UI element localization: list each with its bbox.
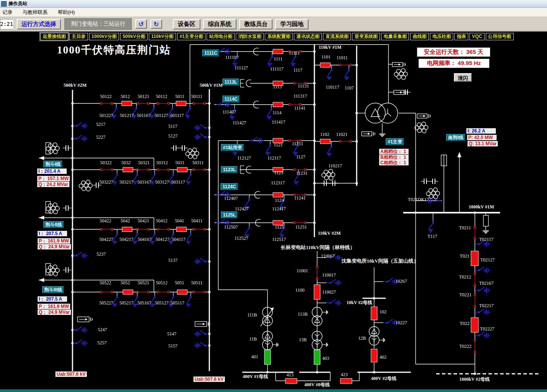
switch-contact[interactable] [336, 282, 338, 284]
breaker-symbol[interactable] [320, 139, 330, 144]
switch-contact[interactable] [82, 138, 84, 140]
breaker-symbol[interactable] [122, 227, 132, 232]
breaker-symbol[interactable] [320, 63, 330, 67]
tab-8[interactable]: 系统配置图 [265, 33, 293, 40]
switch-contact[interactable] [82, 125, 84, 127]
disconnector-contact[interactable] [204, 102, 205, 104]
switch-contact[interactable] [484, 335, 486, 337]
switch-contact[interactable] [82, 342, 84, 344]
tab-9[interactable]: 通讯状态图 [294, 33, 322, 40]
disconnector-contact[interactable] [316, 277, 318, 279]
switch-contact[interactable] [336, 302, 338, 304]
disconnector-contact[interactable] [204, 291, 205, 293]
disconnector-contact[interactable] [350, 140, 352, 142]
disconnector-contact[interactable] [111, 228, 113, 230]
tab-3[interactable]: 500kV分图 [120, 33, 148, 40]
switch-symbol[interactable] [76, 138, 78, 140]
switch-symbol[interactable] [76, 255, 78, 257]
breaker-symbol[interactable] [123, 167, 133, 172]
disconnector-contact[interactable] [204, 168, 205, 170]
tab-7[interactable]: 消防水泵图 [236, 33, 264, 40]
switch-contact[interactable] [484, 243, 486, 245]
switch-symbol[interactable] [205, 333, 207, 335]
toolbar-button-2[interactable]: 教练员台 [239, 19, 273, 29]
disconnector-contact[interactable] [157, 102, 159, 104]
switch-symbol[interactable] [76, 329, 78, 331]
disconnector-contact[interactable] [304, 222, 306, 224]
switch-symbol[interactable] [387, 322, 388, 324]
disconnector-contact[interactable] [167, 102, 169, 104]
switch-symbol[interactable] [478, 270, 480, 272]
breaker-symbol[interactable] [177, 167, 187, 172]
disconnector-contact[interactable] [136, 102, 138, 104]
tab-4[interactable]: 110kV分图 [149, 33, 176, 40]
disconnector-contact[interactable] [136, 291, 138, 293]
switch-symbol[interactable] [251, 140, 253, 142]
disconnector-contact[interactable] [474, 226, 476, 228]
disconnector-contact[interactable] [167, 168, 169, 170]
switch-contact[interactable] [484, 290, 486, 292]
breaker-symbol[interactable] [177, 290, 187, 294]
switch-symbol[interactable] [478, 311, 480, 313]
disconnector-contact[interactable] [136, 228, 138, 230]
disconnector-contact[interactable] [288, 103, 290, 105]
disconnector-contact[interactable] [147, 291, 149, 293]
disconnector-contact[interactable] [474, 294, 476, 296]
tab-11[interactable]: 逆变系统图 [352, 33, 380, 40]
switch-symbol[interactable] [205, 345, 207, 347]
tab-12[interactable]: 电量采集图 [381, 33, 409, 40]
tab-16[interactable]: VQC [469, 33, 484, 40]
tab-1[interactable]: 主目录 [69, 33, 88, 40]
tab-5[interactable]: #1主变分图 [177, 33, 205, 40]
toolbar-button-1[interactable]: 综自系统 [203, 19, 236, 29]
disconnector-contact[interactable] [167, 291, 169, 293]
switch-symbol[interactable] [478, 335, 480, 337]
disconnector-contact[interactable] [147, 168, 149, 170]
switch-contact[interactable] [484, 311, 486, 313]
tab-17[interactable]: 公用信号图 [486, 33, 514, 40]
tab-6[interactable]: 站用电分图 [207, 33, 235, 40]
disconnector-contact[interactable] [157, 291, 159, 293]
breaker-symbol[interactable] [471, 318, 478, 332]
breaker-symbol[interactable] [340, 378, 352, 383]
breaker-symbol[interactable] [314, 350, 320, 364]
breaker-symbol[interactable] [371, 307, 377, 320]
switch-contact[interactable] [393, 322, 395, 324]
disconnector-contact[interactable] [339, 64, 341, 66]
disconnector-contact[interactable] [193, 168, 195, 170]
disconnector-contact[interactable] [293, 168, 295, 170]
disconnector-contact[interactable] [474, 237, 476, 239]
switch-symbol[interactable] [387, 281, 388, 283]
disconnector-contact[interactable] [316, 266, 318, 268]
tab-13[interactable]: 曲线图 [410, 33, 429, 40]
disconnector-contact[interactable] [100, 168, 102, 170]
disconnector-contact[interactable] [100, 291, 102, 293]
tab-15[interactable]: 报表 [454, 33, 468, 40]
tab-14[interactable]: 电压柱图 [430, 33, 453, 40]
disconnector-contact[interactable] [100, 102, 102, 104]
disconnector-contact[interactable] [147, 228, 149, 230]
switch-symbol[interactable] [205, 127, 207, 129]
switch-symbol[interactable] [219, 104, 221, 106]
clear-flash-button[interactable]: 清闪 [454, 73, 472, 82]
disconnector-contact[interactable] [193, 228, 195, 230]
disconnector-contact[interactable] [193, 291, 195, 293]
disconnector-contact[interactable] [136, 168, 138, 170]
switch-contact[interactable] [82, 329, 84, 331]
switch-contact[interactable] [198, 127, 200, 129]
breaker-symbol[interactable] [176, 101, 186, 106]
switch-contact[interactable] [393, 281, 395, 283]
breaker-symbol[interactable] [264, 350, 271, 364]
menu-item-1[interactable]: 与教师联系 [22, 9, 48, 16]
disconnector-contact[interactable] [111, 168, 113, 170]
toolbar-button-3[interactable]: 学习园地 [275, 19, 309, 29]
switch-contact[interactable] [198, 333, 200, 335]
switch-contact[interactable] [484, 270, 486, 272]
switch-symbol[interactable] [437, 200, 439, 202]
disconnector-contact[interactable] [474, 305, 476, 307]
disconnector-contact[interactable] [157, 228, 159, 230]
menu-item-0[interactable]: 记录 [2, 9, 12, 16]
tab-2[interactable]: 1000kV分图 [89, 33, 119, 40]
redo-icon[interactable]: ↻ [150, 19, 162, 29]
switch-symbol[interactable] [330, 282, 331, 284]
